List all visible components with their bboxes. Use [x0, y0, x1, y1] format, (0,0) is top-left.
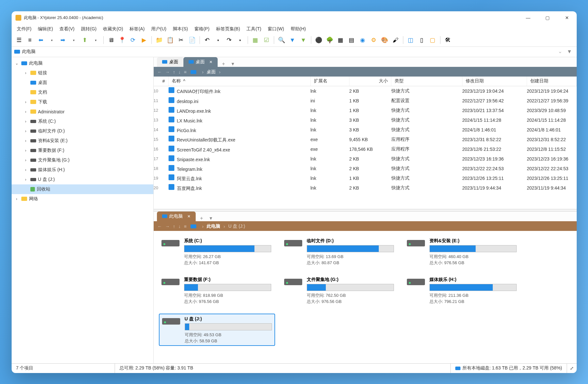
- menu-item[interactable]: 跳转(G): [78, 25, 99, 33]
- file-list[interactable]: 10CAINIAO打印组件.lnklnk2 KB快捷方式2023/12/19 1…: [154, 86, 577, 209]
- menu-item[interactable]: 窗格(P): [192, 25, 212, 33]
- drive-card[interactable]: 资料&安装 (E:)可用空间: 460.40 GB总大小: 976.56 GB: [404, 236, 521, 268]
- close-icon[interactable]: ✕: [209, 60, 212, 64]
- palette-icon[interactable]: 🎨: [380, 35, 389, 45]
- back-dropdown-icon[interactable]: ▾: [47, 35, 57, 45]
- play-icon[interactable]: ▶: [139, 35, 149, 45]
- tree-item[interactable]: 文档: [12, 88, 153, 97]
- file-row[interactable]: 13LX Music.lnklnk3 KB快捷方式2024/1/15 11:14…: [154, 115, 577, 125]
- up-dropdown-icon[interactable]: ▾: [91, 35, 101, 45]
- crumb-back-icon[interactable]: ←: [158, 224, 162, 229]
- panel-icon[interactable]: ▯: [417, 35, 427, 45]
- address-dropdown-icon[interactable]: ⌵: [559, 49, 561, 54]
- back-button[interactable]: ⬅: [36, 35, 46, 45]
- tree-item[interactable]: ›临时文件 (D:): [12, 126, 153, 136]
- menu-item[interactable]: 用户(U): [149, 25, 169, 33]
- tab[interactable]: 桌面: [157, 57, 183, 67]
- col-size[interactable]: 大小: [349, 77, 391, 86]
- drive-grid[interactable]: 系统 (C:)可用空间: 26.27 GB总大小: 141.67 GB临时文件 …: [154, 231, 577, 363]
- undo-icon[interactable]: ↶: [202, 35, 212, 45]
- file-row[interactable]: 18Telegram.lnklnk2 KB快捷方式2023/12/22 22:2…: [154, 164, 577, 173]
- tree-toggle-icon[interactable]: ›: [23, 100, 28, 104]
- new-folder-icon[interactable]: 📁: [154, 35, 164, 45]
- tree-item[interactable]: ›网络: [12, 194, 153, 204]
- pin-icon[interactable]: 📍: [117, 35, 127, 45]
- cut-icon[interactable]: ✂: [176, 35, 186, 45]
- monitor-icon[interactable]: 🖥: [106, 35, 116, 45]
- tree-toggle-icon[interactable]: ›: [14, 197, 19, 201]
- close-icon[interactable]: ✕: [187, 214, 191, 219]
- forward-button[interactable]: ➡: [58, 35, 68, 45]
- details-icon[interactable]: ▤: [347, 35, 356, 45]
- drive-card[interactable]: 临时文件 (D:)可用空间: 13.69 GB总大小: 80.87 GB: [282, 236, 398, 268]
- file-row[interactable]: 20百度网盘.lnklnk2 KB快捷方式2023/11/19 9:44:342…: [154, 183, 577, 193]
- file-row[interactable]: 16ScreenToGif 2.40_x64.exeexe178,546 KB应…: [154, 144, 577, 154]
- minimize-button[interactable]: —: [519, 11, 538, 24]
- filter-funnel-icon[interactable]: ▼: [565, 49, 574, 55]
- close-button[interactable]: ✕: [557, 11, 577, 24]
- sphere-icon[interactable]: ⚫: [314, 35, 324, 45]
- crumb-forward-icon[interactable]: →: [165, 224, 170, 229]
- tree-toggle-icon[interactable]: ›: [23, 139, 28, 143]
- menu-item[interactable]: 标签页集(B): [213, 25, 243, 33]
- file-row[interactable]: 19阿里云盘.lnklnk1 KB快捷方式2023/12/26 13:25:11…: [154, 173, 577, 183]
- menu-item[interactable]: 脚本(S): [170, 25, 191, 33]
- tree-toggle-icon[interactable]: ›: [23, 148, 28, 153]
- drive-card[interactable]: U 盘 (J:)可用空间: 49.53 GB总大小: 58.59 GB: [159, 314, 275, 346]
- tree-item[interactable]: 回收站: [12, 184, 153, 194]
- menu-item[interactable]: 帮助(H): [288, 25, 308, 33]
- crumb-down-icon[interactable]: ↓: [179, 69, 181, 75]
- crumb-menu-icon[interactable]: ≡: [184, 224, 187, 229]
- tree-toggle-icon[interactable]: ›: [23, 177, 28, 182]
- crumb-up-icon[interactable]: ↑: [173, 69, 175, 75]
- tab[interactable]: 此电脑✕: [157, 212, 196, 221]
- crumb-forward-icon[interactable]: →: [165, 69, 170, 75]
- col-number[interactable]: #: [154, 77, 169, 86]
- col-type[interactable]: 类型: [391, 77, 462, 86]
- crumb-back-icon[interactable]: ←: [158, 69, 162, 75]
- menu-icon[interactable]: ☰: [14, 35, 24, 45]
- tree-toggle-icon[interactable]: ›: [23, 168, 28, 172]
- tree-item[interactable]: ›媒体娱乐 (H:): [12, 165, 153, 175]
- tab-dropdown-icon[interactable]: ▾: [230, 61, 236, 67]
- filter2-icon[interactable]: ▼: [299, 35, 308, 45]
- search-icon[interactable]: 🔍: [277, 35, 286, 45]
- up-button[interactable]: ⬆: [80, 35, 90, 45]
- undo-dropdown-icon[interactable]: ▾: [213, 35, 223, 45]
- tree-item[interactable]: ⌄此电脑: [12, 58, 153, 68]
- drive-card[interactable]: 重要数据 (F:)可用空间: 818.98 GB总大小: 976.56 GB: [159, 275, 275, 307]
- refresh-icon[interactable]: ⟳: [128, 35, 138, 45]
- list-icon[interactable]: ≡: [25, 35, 35, 45]
- menu-item[interactable]: 工具(T): [244, 25, 264, 33]
- tree-item[interactable]: ›U 盘 (J:): [12, 175, 153, 184]
- tree-toggle-icon[interactable]: ›: [23, 119, 28, 124]
- folder-tree[interactable]: ⌄此电脑›链接桌面文档›下载›Administrator›系统 (C:)›临时文…: [12, 57, 154, 363]
- paste-icon[interactable]: 📄: [187, 35, 197, 45]
- tree-toggle-icon[interactable]: ›: [23, 129, 28, 133]
- tree-item[interactable]: ›下载: [12, 97, 153, 107]
- file-row[interactable]: 15RevoUninstaller卸载工具.exeexe9,455 KB应用程序…: [154, 135, 577, 144]
- file-row[interactable]: 12LANDrop.exe.lnklnk1 KB快捷方式2023/10/21 1…: [154, 106, 577, 115]
- forward-dropdown-icon[interactable]: ▾: [69, 35, 79, 45]
- tree-toggle-icon[interactable]: ›: [23, 158, 28, 162]
- menu-item[interactable]: 窗口(W): [265, 25, 287, 33]
- file-row[interactable]: 10CAINIAO打印组件.lnklnk2 KB快捷方式2023/12/19 1…: [154, 86, 577, 96]
- pane-splitter[interactable]: [154, 209, 577, 212]
- menu-item[interactable]: 文件(F): [14, 25, 34, 33]
- col-name[interactable]: 名称 ^: [169, 77, 311, 86]
- file-row[interactable]: 14PicGo.lnklnk3 KB快捷方式2024/1/8 1:46:0120…: [154, 125, 577, 135]
- drive-card[interactable]: 系统 (C:)可用空间: 26.27 GB总大小: 141.67 GB: [159, 236, 275, 268]
- swirl-icon[interactable]: ◉: [358, 35, 367, 45]
- crumb-segment[interactable]: 此电脑: [207, 223, 220, 229]
- tree-icon[interactable]: 🌳: [325, 35, 335, 45]
- tree-item[interactable]: ›Administrator: [12, 107, 153, 117]
- drive-card[interactable]: 媒体娱乐 (H:)可用空间: 211.36 GB总大小: 796.21 GB: [404, 275, 521, 307]
- tree-item[interactable]: ›重要数据 (F:): [12, 146, 153, 155]
- copy-icon[interactable]: 📋: [165, 35, 175, 45]
- note-icon[interactable]: ▢: [428, 35, 438, 45]
- menu-item[interactable]: 收藏夹(O): [100, 25, 126, 33]
- tiles-icon[interactable]: ▦: [336, 35, 346, 45]
- check-icon[interactable]: ☑: [262, 35, 271, 45]
- menu-item[interactable]: 查看(V): [57, 25, 77, 33]
- tree-toggle-icon[interactable]: ⌄: [14, 61, 19, 66]
